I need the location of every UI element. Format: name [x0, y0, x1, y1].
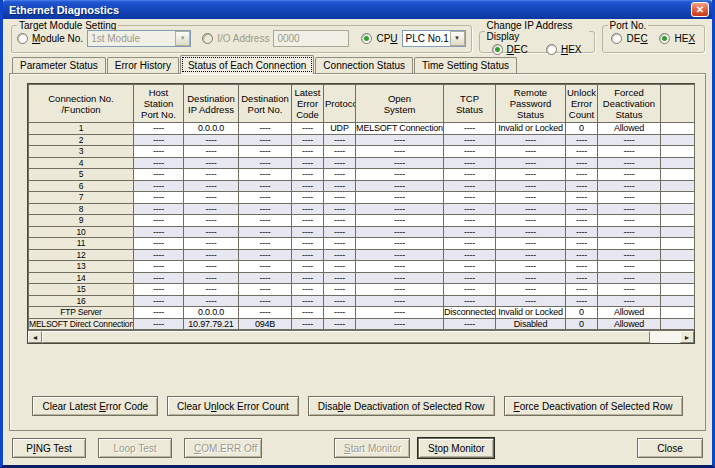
- cell[interactable]: ----: [324, 157, 356, 169]
- connection-name-cell[interactable]: 3: [29, 146, 134, 158]
- cell[interactable]: ----: [239, 307, 292, 319]
- tab-parameter-status[interactable]: Parameter Status: [12, 57, 106, 73]
- table-row[interactable]: 10--------------------------------------…: [29, 226, 695, 238]
- cell[interactable]: ----: [566, 192, 598, 204]
- cell[interactable]: ----: [598, 146, 661, 158]
- table-row[interactable]: 13--------------------------------------…: [29, 261, 695, 273]
- cell[interactable]: Invalid or Locked: [496, 123, 566, 135]
- table-row[interactable]: 8---------------------------------------…: [29, 203, 695, 215]
- cell[interactable]: ----: [356, 295, 444, 307]
- cell[interactable]: ----: [324, 261, 356, 273]
- horizontal-scrollbar[interactable]: ◄ ►: [28, 330, 694, 343]
- connection-name-cell[interactable]: FTP Server: [29, 307, 134, 319]
- cell[interactable]: ----: [598, 249, 661, 261]
- cell[interactable]: ----: [292, 307, 324, 319]
- cell[interactable]: ----: [184, 261, 239, 273]
- cell[interactable]: ----: [239, 203, 292, 215]
- table-row[interactable]: 11--------------------------------------…: [29, 238, 695, 250]
- ip-dec-radio[interactable]: [492, 44, 503, 55]
- cell[interactable]: ----: [598, 226, 661, 238]
- cell[interactable]: 0: [566, 307, 598, 319]
- cell[interactable]: ----: [292, 146, 324, 158]
- cell[interactable]: ----: [566, 169, 598, 181]
- clear-latest-error-code-button[interactable]: Clear Latest Error Code: [32, 396, 158, 416]
- connection-name-cell[interactable]: 11: [29, 238, 134, 250]
- table-row[interactable]: FTP Server----0.0.0.0----------------Dis…: [29, 307, 695, 319]
- cell[interactable]: ----: [239, 157, 292, 169]
- table-row[interactable]: 16--------------------------------------…: [29, 295, 695, 307]
- cell[interactable]: ----: [134, 180, 184, 192]
- cpu-dropdown[interactable]: PLC No.1 ▼: [402, 30, 466, 47]
- cell[interactable]: ----: [496, 192, 566, 204]
- cell[interactable]: 0: [566, 318, 598, 330]
- cell[interactable]: ----: [566, 249, 598, 261]
- cell[interactable]: ----: [598, 180, 661, 192]
- ip-hex-radio[interactable]: [546, 44, 557, 55]
- cell[interactable]: ----: [239, 295, 292, 307]
- cell[interactable]: ----: [292, 203, 324, 215]
- tab-error-history[interactable]: Error History: [107, 57, 179, 73]
- cell[interactable]: ----: [292, 169, 324, 181]
- cell[interactable]: ----: [566, 284, 598, 296]
- cell[interactable]: ----: [134, 261, 184, 273]
- cell[interactable]: ----: [184, 295, 239, 307]
- cell[interactable]: ----: [292, 123, 324, 135]
- cell[interactable]: ----: [598, 157, 661, 169]
- cell[interactable]: ----: [444, 146, 496, 158]
- force-deactivation-button[interactable]: Force Deactivation of Selected Row: [504, 396, 683, 416]
- cell[interactable]: ----: [239, 249, 292, 261]
- cell[interactable]: ----: [292, 318, 324, 330]
- cell[interactable]: Disabled: [496, 318, 566, 330]
- cell[interactable]: ----: [239, 192, 292, 204]
- cell[interactable]: ----: [356, 261, 444, 273]
- cell[interactable]: ----: [496, 169, 566, 181]
- connection-name-cell[interactable]: 5: [29, 169, 134, 181]
- cell[interactable]: ----: [324, 146, 356, 158]
- cell[interactable]: ----: [134, 203, 184, 215]
- cell[interactable]: Invalid or Locked: [496, 307, 566, 319]
- cell[interactable]: ----: [184, 134, 239, 146]
- table-row[interactable]: 2---------------------------------------…: [29, 134, 695, 146]
- cell[interactable]: ----: [444, 203, 496, 215]
- cell[interactable]: ----: [356, 215, 444, 227]
- cell[interactable]: ----: [324, 307, 356, 319]
- tab-connection-status[interactable]: Connection Status: [315, 57, 413, 73]
- cpu-dropdown-button[interactable]: ▼: [450, 31, 465, 46]
- cell[interactable]: ----: [356, 203, 444, 215]
- cell[interactable]: ----: [134, 123, 184, 135]
- cell[interactable]: ----: [239, 134, 292, 146]
- cell[interactable]: ----: [356, 157, 444, 169]
- table-row[interactable]: 7---------------------------------------…: [29, 192, 695, 204]
- connection-name-cell[interactable]: 16: [29, 295, 134, 307]
- cell[interactable]: ----: [444, 318, 496, 330]
- cell[interactable]: ----: [134, 215, 184, 227]
- clear-unlock-error-count-button[interactable]: Clear Unlock Error Count: [167, 396, 299, 416]
- cell[interactable]: ----: [598, 192, 661, 204]
- cell[interactable]: 094B: [239, 318, 292, 330]
- cell[interactable]: ----: [356, 180, 444, 192]
- cell[interactable]: ----: [134, 272, 184, 284]
- cell[interactable]: ----: [496, 157, 566, 169]
- cell[interactable]: ----: [324, 295, 356, 307]
- cell[interactable]: ----: [134, 146, 184, 158]
- cell[interactable]: ----: [496, 203, 566, 215]
- cell[interactable]: ----: [444, 284, 496, 296]
- cell[interactable]: ----: [566, 146, 598, 158]
- port-dec-radio[interactable]: [611, 33, 622, 44]
- cell[interactable]: ----: [566, 180, 598, 192]
- cell[interactable]: 0.0.0.0: [184, 307, 239, 319]
- cell[interactable]: ----: [496, 249, 566, 261]
- cell[interactable]: ----: [444, 134, 496, 146]
- cell[interactable]: ----: [134, 318, 184, 330]
- cell[interactable]: ----: [444, 123, 496, 135]
- cell[interactable]: ----: [134, 226, 184, 238]
- cell[interactable]: ----: [184, 146, 239, 158]
- cell[interactable]: ----: [184, 157, 239, 169]
- cell[interactable]: ----: [356, 169, 444, 181]
- scrollbar-thumb[interactable]: [42, 331, 650, 343]
- cell[interactable]: ----: [496, 146, 566, 158]
- cell[interactable]: ----: [324, 192, 356, 204]
- connection-name-cell[interactable]: 15: [29, 284, 134, 296]
- cell[interactable]: ----: [566, 272, 598, 284]
- cell[interactable]: ----: [324, 226, 356, 238]
